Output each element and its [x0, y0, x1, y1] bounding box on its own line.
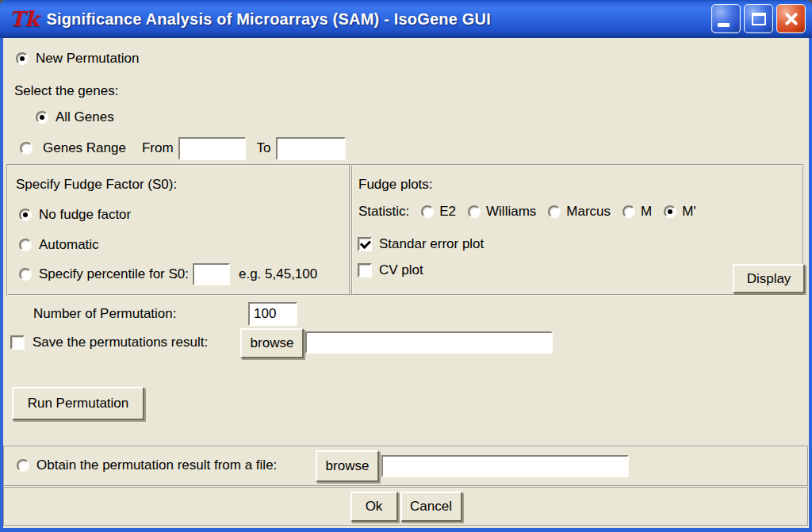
percentile-input[interactable] — [193, 263, 230, 285]
statistic-m-prime-radio[interactable] — [664, 205, 676, 218]
statistic-williams-radio[interactable] — [468, 205, 481, 218]
obtain-path-input[interactable] — [381, 455, 629, 477]
sam-dialog-window: Tk Significance Analysis of Microarrays … — [0, 0, 812, 532]
minimize-icon — [718, 23, 730, 27]
all-genes-radio[interactable] — [36, 111, 48, 124]
genes-range-to-input[interactable] — [276, 137, 346, 160]
all-genes-label: All Genes — [56, 109, 114, 125]
statistic-option-marcus: Marcus — [548, 204, 611, 220]
statistic-option-m: M — [622, 204, 652, 220]
genes-range-radio[interactable] — [20, 142, 33, 155]
cv-plot-label: CV plot — [379, 262, 423, 278]
obtain-result-frame: Obtain the permutation result from a fil… — [3, 446, 809, 487]
genes-range-from-input[interactable] — [178, 137, 246, 160]
close-button[interactable] — [776, 4, 806, 33]
ok-button[interactable]: Ok — [350, 492, 398, 522]
statistic-option-m-prime: M' — [664, 204, 695, 220]
dialog-content: New Permutation Select the genes: All Ge… — [3, 38, 809, 528]
automatic-label: Automatic — [39, 237, 99, 253]
new-permutation-row: New Permutation — [16, 51, 139, 67]
no-fudge-label: No fudge factor — [39, 207, 131, 223]
automatic-row: Automatic — [19, 237, 99, 253]
permutation-count-label: Number of Permutation: — [33, 306, 176, 322]
obtain-result-row: Obtain the permutation result from a fil… — [17, 457, 277, 473]
statistic-m-label: M — [641, 204, 652, 220]
save-result-row: Save the permutations result: — [10, 335, 208, 350]
percentile-hint: e.g. 5,45,100 — [239, 266, 317, 282]
statistic-option-williams: Williams — [468, 204, 536, 220]
statistic-e2-label: E2 — [439, 204, 456, 220]
new-permutation-radio[interactable] — [16, 52, 29, 65]
statistic-marcus-radio[interactable] — [548, 205, 561, 218]
maximize-icon — [752, 13, 766, 25]
cv-plot-row: CV plot — [358, 262, 423, 278]
statistic-e2-radio[interactable] — [421, 205, 434, 218]
window-controls — [711, 4, 806, 33]
obtain-browse-button[interactable]: browse — [316, 450, 379, 482]
fudge-factor-group: Specify Fudge Factor (S0): No fudge fact… — [6, 164, 353, 296]
save-browse-button[interactable]: browse — [240, 328, 304, 358]
automatic-radio[interactable] — [19, 239, 32, 251]
fudge-plots-group: Fudge plots: Statistic: E2 Williams Marc… — [349, 164, 804, 296]
genes-range-from-label: From — [142, 140, 174, 156]
footer-frame: Ok Cancel — [3, 487, 809, 526]
percentile-row: Specify percentile for S0: e.g. 5,45,100 — [19, 262, 317, 286]
display-button[interactable]: Display — [733, 264, 805, 293]
percentile-label: Specify percentile for S0: — [39, 266, 189, 282]
statistic-label: Statistic: — [358, 204, 409, 220]
save-path-input[interactable] — [305, 331, 553, 354]
save-result-label: Save the permutations result: — [33, 335, 208, 350]
no-fudge-row: No fudge factor — [19, 207, 131, 223]
tk-app-icon: Tk — [10, 9, 39, 29]
all-genes-row: All Genes — [36, 109, 114, 125]
percentile-radio[interactable] — [19, 268, 32, 281]
standard-error-row: Standar error plot — [358, 236, 484, 252]
statistic-option-e2: E2 — [421, 204, 456, 220]
minimize-button[interactable] — [711, 4, 741, 33]
run-permutation-button[interactable]: Run Permutation — [12, 387, 144, 420]
no-fudge-radio[interactable] — [19, 209, 32, 221]
window-title: Significance Analysis of Microarrays (SA… — [46, 10, 491, 29]
standard-error-label: Standar error plot — [379, 236, 484, 252]
permutation-count-input[interactable] — [248, 302, 297, 326]
fudge-plots-title: Fudge plots: — [358, 177, 433, 193]
select-genes-label: Select the genes: — [14, 83, 118, 99]
obtain-result-label: Obtain the permutation result from a fil… — [36, 457, 277, 473]
obtain-result-radio[interactable] — [17, 459, 29, 472]
cancel-button[interactable]: Cancel — [400, 492, 462, 522]
genes-range-to-label: To — [257, 140, 271, 156]
title-bar[interactable]: Tk Significance Analysis of Microarrays … — [0, 0, 812, 38]
save-result-checkbox[interactable] — [10, 335, 25, 350]
genes-range-row: Genes Range From To — [20, 136, 346, 161]
maximize-button[interactable] — [744, 4, 773, 33]
permutation-count-row: Number of Permutation: — [33, 302, 176, 326]
statistic-marcus-label: Marcus — [566, 204, 611, 220]
statistic-williams-label: Williams — [486, 204, 536, 220]
cv-plot-checkbox[interactable] — [358, 263, 372, 277]
standard-error-checkbox[interactable] — [358, 237, 372, 251]
statistic-m-radio[interactable] — [622, 205, 635, 218]
select-genes-row: Select the genes: — [14, 83, 118, 99]
genes-range-label: Genes Range — [43, 140, 126, 156]
statistic-row: Statistic: E2 Williams Marcus M — [358, 204, 696, 220]
fudge-factor-title: Specify Fudge Factor (S0): — [16, 177, 177, 193]
statistic-m-prime-label: M' — [682, 204, 695, 220]
new-permutation-label: New Permutation — [36, 51, 139, 67]
